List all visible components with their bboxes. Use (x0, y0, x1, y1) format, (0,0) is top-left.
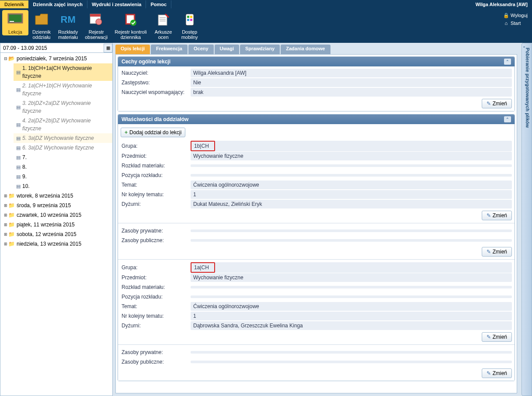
right-panel: Opis lekcji Frekwencja Oceny Uwagi Spraw… (113, 43, 520, 396)
downloads-flyout[interactable]: « Pobieranie przygotowanych plików (522, 43, 532, 396)
change-button[interactable]: ✎Zmień (482, 99, 512, 108)
page-icon: ▤ (16, 144, 21, 152)
tree-lesson-9[interactable]: ▤9. (14, 172, 112, 181)
ribbon-arkusze[interactable]: Arkusze ocen (150, 10, 177, 41)
ribbon-rozklady[interactable]: RM Rozkłady materiału (55, 10, 81, 41)
tab-frekwencja[interactable]: Frekwencja (151, 45, 188, 54)
field-teacher: Nauczyciel: Wilga Aleksandra [AW] (121, 68, 512, 78)
tree-lesson-7[interactable]: ▤7. (14, 153, 112, 162)
field-group: Grupa: 1b|CH (121, 141, 512, 151)
field-value (191, 361, 512, 363)
change-button[interactable]: ✎Zmień (482, 368, 512, 378)
change-label: Zmień (493, 334, 507, 340)
ribbon-obserwacji[interactable]: Rejestr obserwacji (81, 10, 111, 41)
expand-icon: ⊞ (3, 230, 8, 238)
field-value: Ćwiczenia ogólnorozwojowe (191, 181, 512, 189)
ribbon-kontroli[interactable]: Rejestr kontroli dziennika (111, 10, 150, 41)
field-subject: Przedmiot:Wychowanie fizyczne (121, 151, 512, 161)
menu-dziennik[interactable]: Dziennik (0, 0, 28, 8)
tab-zadania[interactable]: Zadania domowe (281, 45, 330, 54)
svg-rect-13 (187, 16, 189, 18)
tree-day-sunday[interactable]: ⊞📁niedziela, 13 września 2015 (0, 239, 112, 249)
top-menu-bar: Dziennik Dziennik zajęć innych Wydruki i… (0, 0, 532, 9)
tab-uwagi[interactable]: Uwagi (215, 45, 239, 54)
field-topic-no: Nr kolejny tematu:1 (121, 190, 512, 199)
tree-lesson-8[interactable]: ▤8. (14, 162, 112, 172)
field-label: Rozkład materiału: (121, 282, 191, 292)
chalkboard-icon (7, 12, 23, 28)
tree-day-label: sobota, 12 września 2015 (17, 230, 76, 238)
ribbon-dziennik-label: Dziennik oddziału (32, 29, 51, 40)
tree-day-monday[interactable]: ⊟ 📂 poniedziałek, 7 września 2015 (0, 54, 112, 63)
expand-icon: ⊞ (3, 192, 8, 200)
tree-lesson-label: 9. (22, 173, 27, 181)
field-value: Wychowanie fizyczne (191, 273, 512, 282)
add-division-button[interactable]: +Dodaj oddział do lekcji (121, 128, 185, 137)
pencil-icon: ✎ (487, 370, 491, 376)
left-panel: ▦ ⊟ 📂 poniedziałek, 7 września 2015 ▤1. … (0, 43, 113, 396)
ribbon-lekcja[interactable]: Lekcja (2, 10, 28, 35)
tree-day-label: poniedziałek, 7 września 2015 (17, 55, 87, 63)
collapse-button[interactable]: ⌃ (504, 59, 511, 65)
start-label: Start (511, 21, 521, 26)
section-general-title: Cechy ogólne lekcji (122, 59, 170, 65)
date-range-input[interactable] (0, 44, 104, 52)
svg-rect-15 (187, 19, 189, 21)
field-value: Ćwiczenia ogólnorozwojowe (191, 302, 512, 311)
change-button[interactable]: ✎Zmień (482, 211, 512, 220)
group-block-1: Grupa: 1b|CH Przedmiot:Wychowanie fizycz… (121, 141, 512, 257)
change-button[interactable]: ✎Zmień (482, 247, 512, 257)
book-check-icon (123, 12, 139, 28)
tree-lesson-label: 1. 1b|CH+1a|CH Wychowanie fizyczne (22, 64, 111, 80)
ribbon-dziennik-oddzialu[interactable]: Dziennik oddziału (28, 10, 55, 41)
tab-opis-lekcji[interactable]: Opis lekcji (115, 45, 150, 54)
divider (118, 344, 515, 345)
folder-icon: 📁 (8, 221, 15, 229)
tree-lesson-5[interactable]: ▤5. 3a|DZ Wychowanie fizyczne (14, 133, 112, 143)
tree-lesson-3[interactable]: ▤3. 2b|DZ+2a|DZ Wychowanie fizyczne (14, 98, 112, 116)
date-picker-button[interactable]: ▦ (104, 44, 112, 52)
flyout-label: Pobieranie przygotowanych plików (525, 48, 530, 128)
tree-day-tuesday[interactable]: ⊞📁wtorek, 8 września 2015 (0, 191, 112, 201)
field-duty: Dyżurni:Dukat Mateusz, Zieliński Eryk (121, 199, 512, 209)
tree-day-wednesday[interactable]: ⊞📁środa, 9 września 2015 (0, 201, 112, 210)
field-label: Zasoby publiczne: (121, 357, 191, 367)
field-value (191, 164, 512, 167)
page-icon: ▤ (16, 134, 21, 142)
tree-lesson-6[interactable]: ▤6. 3a|DZ Wychowanie fizyczne (14, 143, 112, 153)
panel-body: Cechy ogólne lekcji ⌃ Nauczyciel: Wilga … (115, 54, 517, 393)
logout-link[interactable]: 🔒 Wyloguj (503, 11, 528, 19)
tab-oceny[interactable]: Oceny (188, 45, 214, 54)
menu-wydruki[interactable]: Wydruki i zestawienia (87, 0, 146, 8)
expand-icon: ⊞ (3, 201, 8, 209)
tree-lesson-4[interactable]: ▤4. 2a|DZ+2b|DZ Wychowanie fizyczne (14, 116, 112, 133)
tree-lesson-label: 8. (22, 163, 27, 171)
lesson-tree: ⊟ 📂 poniedziałek, 7 września 2015 ▤1. 1b… (0, 53, 112, 250)
svg-rect-8 (158, 15, 167, 25)
tree-lesson-10[interactable]: ▤10. (14, 181, 112, 191)
svg-point-7 (130, 20, 136, 26)
tree-lesson-2[interactable]: ▤2. 1a|CH+1b|CH Wychowanie fizyczne (14, 81, 112, 98)
start-link[interactable]: ⌂ Start (503, 19, 528, 27)
ribbon-dostep-mobilny[interactable]: Dostęp mobilny (177, 10, 203, 41)
menu-pomoc[interactable]: Pomoc (146, 0, 171, 8)
change-button[interactable]: ✎Zmień (482, 332, 512, 342)
calendar-icon: ▦ (106, 45, 110, 50)
tab-sprawdziany[interactable]: Sprawdziany (240, 45, 280, 54)
tree-day-friday[interactable]: ⊞📁piątek, 11 września 2015 (0, 220, 112, 229)
menu-dziennik-innych[interactable]: Dziennik zajęć innych (28, 0, 87, 8)
logout-label: Wyloguj (511, 13, 528, 18)
page-icon: ▤ (16, 182, 21, 190)
field-topic: Temat:Ćwiczenia ogólnorozwojowe (121, 302, 512, 311)
field-subject: Przedmiot:Wychowanie fizyczne (121, 273, 512, 282)
collapse-button[interactable]: ⌃ (504, 116, 511, 122)
field-label: Dyżurni: (121, 199, 191, 209)
group-block-2: Grupa: 1a|CH Przedmiot:Wychowanie fizycz… (121, 262, 512, 378)
home-icon: ⌂ (503, 19, 509, 27)
field-label: Temat: (121, 302, 191, 311)
field-public-resources: Zasoby publiczne: (121, 236, 512, 245)
tree-lesson-1[interactable]: ▤1. 1b|CH+1a|CH Wychowanie fizyczne (14, 63, 112, 81)
field-label: Temat: (121, 180, 191, 190)
tree-day-saturday[interactable]: ⊞📁sobota, 12 września 2015 (0, 229, 112, 239)
tree-day-thursday[interactable]: ⊞📁czwartek, 10 września 2015 (0, 210, 112, 220)
